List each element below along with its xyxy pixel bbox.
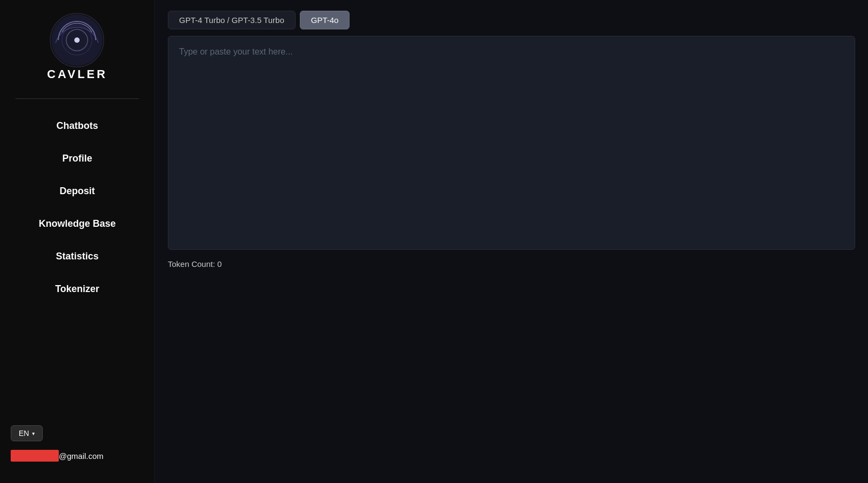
text-input[interactable] bbox=[168, 36, 855, 250]
chevron-down-icon: ▾ bbox=[32, 431, 35, 436]
tab-gpt4o[interactable]: GPT-4o bbox=[300, 11, 350, 29]
language-label: EN bbox=[19, 429, 29, 438]
main-content: GPT-4 Turbo / GPT-3.5 Turbo GPT-4o Token… bbox=[155, 0, 868, 483]
svg-point-3 bbox=[74, 37, 80, 43]
sidebar-divider bbox=[15, 98, 139, 99]
sidebar-item-chatbots[interactable]: Chatbots bbox=[0, 110, 154, 142]
sidebar-item-tokenizer[interactable]: Tokenizer bbox=[0, 273, 154, 305]
language-selector[interactable]: EN ▾ bbox=[11, 425, 43, 441]
sidebar-bottom: EN ▾ @gmail.com bbox=[0, 425, 154, 472]
logo-container: CAVLER bbox=[47, 11, 107, 81]
logo-icon bbox=[48, 11, 106, 70]
nav-menu: Chatbots Profile Deposit Knowledge Base … bbox=[0, 110, 154, 305]
email-redacted-block bbox=[11, 450, 59, 462]
model-tabs: GPT-4 Turbo / GPT-3.5 Turbo GPT-4o bbox=[168, 11, 855, 29]
sidebar-item-deposit[interactable]: Deposit bbox=[0, 175, 154, 208]
email-display: @gmail.com bbox=[11, 450, 104, 462]
sidebar-item-profile[interactable]: Profile bbox=[0, 142, 154, 175]
tab-gpt4-turbo[interactable]: GPT-4 Turbo / GPT-3.5 Turbo bbox=[168, 11, 296, 29]
sidebar-item-knowledge-base[interactable]: Knowledge Base bbox=[0, 208, 154, 240]
token-count: Token Count: 0 bbox=[168, 259, 855, 269]
email-suffix: @gmail.com bbox=[59, 451, 104, 461]
sidebar: CAVLER Chatbots Profile Deposit Knowledg… bbox=[0, 0, 155, 483]
sidebar-item-statistics[interactable]: Statistics bbox=[0, 240, 154, 273]
textarea-wrapper bbox=[168, 36, 855, 252]
